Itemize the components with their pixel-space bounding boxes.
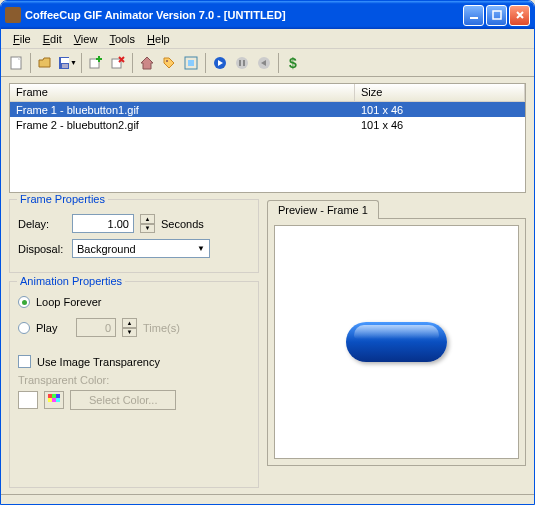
open-button[interactable]: [34, 52, 56, 74]
new-file-icon: [8, 55, 24, 71]
disposal-value: Background: [77, 243, 136, 255]
pause-icon: [234, 55, 250, 71]
header-size[interactable]: Size: [355, 84, 525, 101]
separator: [132, 53, 133, 73]
group-title: Animation Properties: [17, 275, 125, 287]
loop-forever-radio[interactable]: [18, 296, 30, 308]
app-window: CoffeeCup GIF Animator Version 7.0 - [UN…: [0, 0, 535, 505]
group-title: Frame Properties: [17, 193, 108, 205]
save-icon: [57, 55, 69, 71]
statusbar: [1, 494, 534, 504]
svg-rect-20: [52, 398, 56, 402]
play-count-input: [76, 318, 116, 337]
menu-file[interactable]: File: [7, 31, 37, 47]
play-label: Play: [36, 322, 70, 334]
frame-properties-group: Frame Properties Delay: ▲ ▼ Seconds Disp…: [9, 199, 259, 273]
transparency-label: Use Image Transparency: [37, 356, 160, 368]
new-button[interactable]: [5, 52, 27, 74]
remove-frame-button[interactable]: [107, 52, 129, 74]
separator: [205, 53, 206, 73]
spin-up[interactable]: ▲: [122, 318, 137, 328]
add-frame-button[interactable]: [85, 52, 107, 74]
app-icon: [5, 7, 21, 23]
loop-forever-label: Loop Forever: [36, 296, 101, 308]
dollar-icon: $: [289, 55, 297, 71]
tag-icon: [161, 55, 177, 71]
list-item[interactable]: Frame 2 - bluebutton2.gif 101 x 46: [10, 117, 525, 132]
disposal-label: Disposal:: [18, 243, 66, 255]
svg-rect-13: [239, 60, 241, 66]
pause-button[interactable]: [231, 52, 253, 74]
menu-view[interactable]: View: [68, 31, 104, 47]
home-icon: [139, 55, 155, 71]
svg-rect-19: [48, 398, 52, 402]
titlebar: CoffeeCup GIF Animator Version 7.0 - [UN…: [1, 1, 534, 29]
play-button[interactable]: [209, 52, 231, 74]
delay-input[interactable]: [72, 214, 134, 233]
home-button[interactable]: [136, 52, 158, 74]
disposal-select[interactable]: Background ▼: [72, 239, 210, 258]
maximize-button[interactable]: [486, 5, 507, 26]
svg-rect-0: [470, 17, 478, 19]
svg-rect-10: [188, 60, 194, 66]
spin-down[interactable]: ▼: [122, 328, 137, 338]
maximize-icon: [492, 10, 502, 20]
color-swatch: [18, 391, 38, 409]
close-icon: [515, 10, 525, 20]
animation-properties-group: Animation Properties Loop Forever Play ▲…: [9, 281, 259, 488]
separator: [81, 53, 82, 73]
lower-panel: Frame Properties Delay: ▲ ▼ Seconds Disp…: [9, 199, 526, 488]
transparency-checkbox[interactable]: [18, 355, 31, 368]
stop-button[interactable]: [253, 52, 275, 74]
add-frame-icon: [88, 55, 104, 71]
spin-up[interactable]: ▲: [140, 214, 155, 224]
play-icon: [212, 55, 228, 71]
right-column: Preview - Frame 1: [267, 199, 526, 488]
save-button[interactable]: ▼: [56, 52, 78, 74]
palette-button[interactable]: [44, 391, 64, 409]
svg-point-8: [166, 60, 168, 62]
svg-rect-6: [90, 59, 99, 68]
delay-label: Delay:: [18, 218, 66, 230]
preview-box: [267, 218, 526, 466]
minimize-button[interactable]: [463, 5, 484, 26]
stop-icon: [256, 55, 272, 71]
header-frame[interactable]: Frame: [10, 84, 355, 101]
svg-rect-18: [56, 394, 60, 398]
menu-help[interactable]: Help: [141, 31, 176, 47]
palette-icon: [48, 394, 60, 406]
svg-point-12: [236, 57, 248, 69]
toolbar: ▼ $: [1, 49, 534, 77]
remove-frame-icon: [110, 55, 126, 71]
svg-rect-21: [56, 398, 60, 402]
preview-canvas: [274, 225, 519, 459]
separator: [278, 53, 279, 73]
cell-size: 101 x 46: [355, 119, 525, 131]
cell-size: 101 x 46: [355, 104, 525, 116]
svg-rect-5: [62, 64, 68, 68]
content-area: Frame Size Frame 1 - bluebutton1.gif 101…: [1, 77, 534, 494]
minimize-icon: [469, 10, 479, 20]
separator: [30, 53, 31, 73]
left-column: Frame Properties Delay: ▲ ▼ Seconds Disp…: [9, 199, 259, 488]
delay-spinner: ▲ ▼: [140, 214, 155, 233]
svg-rect-14: [243, 60, 245, 66]
svg-rect-1: [493, 11, 501, 19]
cell-frame: Frame 1 - bluebutton1.gif: [10, 104, 355, 116]
open-folder-icon: [37, 55, 53, 71]
list-item[interactable]: Frame 1 - bluebutton1.gif 101 x 46: [10, 102, 525, 117]
resize-button[interactable]: [180, 52, 202, 74]
preview-image: [346, 322, 447, 362]
menu-tools[interactable]: Tools: [103, 31, 141, 47]
svg-rect-4: [61, 58, 69, 63]
close-button[interactable]: [509, 5, 530, 26]
preview-tab[interactable]: Preview - Frame 1: [267, 200, 379, 219]
cell-frame: Frame 2 - bluebutton2.gif: [10, 119, 355, 131]
select-color-button[interactable]: Select Color...: [70, 390, 176, 410]
tag-button[interactable]: [158, 52, 180, 74]
resize-icon: [183, 55, 199, 71]
spin-down[interactable]: ▼: [140, 224, 155, 234]
play-radio[interactable]: [18, 322, 30, 334]
menu-edit[interactable]: Edit: [37, 31, 68, 47]
buy-button[interactable]: $: [282, 52, 304, 74]
